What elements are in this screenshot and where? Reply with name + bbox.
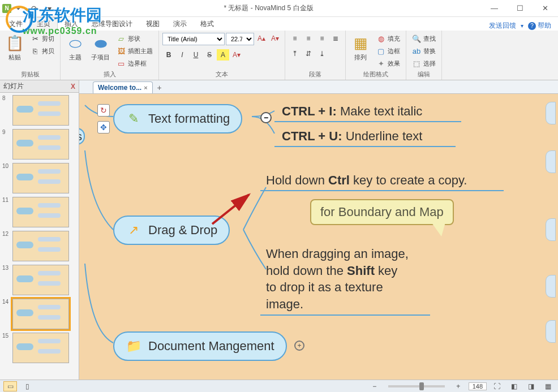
- valign-top-icon[interactable]: ⤒: [289, 48, 301, 59]
- child-ctrl-i[interactable]: CTRL + I: Make text italic: [282, 104, 422, 119]
- minimize-button[interactable]: —: [482, 0, 507, 17]
- find-button[interactable]: 🔍查找: [410, 33, 438, 44]
- slides-list[interactable]: 89101112131415: [0, 93, 79, 380]
- slides-close-button[interactable]: X: [71, 83, 75, 91]
- bullets-icon[interactable]: ≣: [329, 33, 342, 44]
- tab-file[interactable]: 文件: [2, 18, 29, 31]
- zoom-slider[interactable]: [388, 385, 445, 387]
- fit-window-button[interactable]: ⛶: [490, 381, 504, 391]
- arrange-button[interactable]: ▦ 排列: [349, 33, 372, 63]
- align-right-icon[interactable]: ≡: [316, 33, 328, 44]
- tab-design[interactable]: 思维导图设计: [85, 18, 139, 31]
- ribbon-label-insert: 插入: [64, 69, 155, 79]
- boundary-icon: ▭: [117, 59, 126, 68]
- slide-thumbnail[interactable]: 14: [2, 299, 76, 329]
- pencil-icon: ✎: [126, 111, 141, 127]
- node-doc-management[interactable]: 📁 Document Mangement: [113, 331, 287, 361]
- partial-node-left[interactable]: s: [79, 128, 85, 145]
- valign-mid-icon[interactable]: ⇵: [302, 48, 315, 59]
- paste-button[interactable]: 📋 粘贴: [3, 33, 26, 63]
- valign-bot-icon[interactable]: ⤓: [316, 48, 328, 59]
- border-button[interactable]: ▢边框: [374, 45, 402, 57]
- child-ctrl-u[interactable]: CTRL + U: Underline text: [282, 129, 422, 144]
- slide-thumbnail[interactable]: 15: [2, 333, 76, 363]
- slide-thumbnail[interactable]: 10: [2, 163, 76, 193]
- view-normal-button[interactable]: ▭: [3, 381, 17, 391]
- add-tab-button[interactable]: +: [153, 82, 166, 93]
- slide-thumbnail[interactable]: 12: [2, 231, 76, 261]
- callout-tail: [430, 221, 446, 236]
- feedback-dropdown-icon[interactable]: ▾: [521, 23, 523, 29]
- slide-number: 13: [2, 265, 10, 295]
- feedback-link[interactable]: 发送回馈: [489, 21, 516, 31]
- tab-present[interactable]: 演示: [166, 18, 194, 31]
- qat-redo-icon[interactable]: ↷: [28, 2, 41, 15]
- underline-button[interactable]: U: [190, 49, 202, 61]
- ghost-node[interactable]: [546, 218, 556, 241]
- tab-view[interactable]: 视图: [139, 18, 166, 31]
- boundary-button[interactable]: ▭边界框: [114, 58, 155, 69]
- view-mode-3-icon[interactable]: ▦: [541, 381, 555, 391]
- child-dd-shift[interactable]: When dragging an image, hold down the Sh…: [266, 245, 409, 313]
- view-mode-2-icon[interactable]: ◨: [524, 381, 538, 391]
- tab-insert[interactable]: 插入: [58, 18, 85, 31]
- view-mode-1-icon[interactable]: ◧: [507, 381, 521, 391]
- fill-icon: ◍: [376, 34, 385, 43]
- document-tab-close-icon[interactable]: ×: [144, 84, 147, 91]
- strike-button[interactable]: S: [203, 49, 216, 61]
- zoom-in-button[interactable]: +: [452, 381, 465, 391]
- effects-icon: ✦: [376, 59, 385, 68]
- zoom-out-button[interactable]: −: [368, 381, 381, 391]
- ghost-node[interactable]: [546, 275, 556, 298]
- paste-icon: 📋: [6, 34, 24, 52]
- grow-font-icon[interactable]: A▴: [255, 33, 268, 44]
- slides-title: 幻灯片: [3, 81, 24, 91]
- mindmap-canvas[interactable]: s ↻ ✥ ✎ Text formatting − CTRL + I: Make…: [79, 94, 558, 380]
- slide-thumbnail[interactable]: 13: [2, 265, 76, 295]
- topic-button[interactable]: ⬭ 主题: [64, 33, 87, 63]
- font-color-button[interactable]: A▾: [230, 49, 243, 61]
- node-text-formatting[interactable]: ✎ Text formatting: [113, 104, 242, 133]
- italic-button[interactable]: I: [176, 49, 188, 61]
- rotate-handle-icon[interactable]: ↻: [97, 104, 110, 117]
- replace-button[interactable]: ab替换: [410, 45, 438, 57]
- bold-button[interactable]: B: [162, 49, 175, 61]
- slide-thumbnail[interactable]: 11: [2, 197, 76, 227]
- shape-button[interactable]: ▱形状: [114, 33, 155, 44]
- tab-home[interactable]: 主页: [29, 17, 58, 31]
- align-left-icon[interactable]: ≡: [289, 33, 301, 44]
- child-dd-copy[interactable]: Hold down Ctrl key to create a copy.: [266, 173, 467, 188]
- window-title: * 无标题 - NovaMind 5 白金版: [55, 3, 482, 13]
- zoom-value[interactable]: 148: [469, 382, 487, 390]
- document-tab[interactable]: Welcome to... ×: [93, 81, 153, 93]
- cut-button[interactable]: ✂剪切: [28, 33, 57, 44]
- slide-thumbnail[interactable]: 9: [2, 129, 76, 160]
- highlight-button[interactable]: A: [217, 49, 229, 61]
- font-size-select[interactable]: 22.75: [226, 33, 254, 45]
- slide-number: 10: [2, 163, 10, 193]
- align-center-icon[interactable]: ≡: [302, 33, 315, 44]
- close-button[interactable]: ✕: [533, 0, 558, 17]
- tab-format[interactable]: 格式: [194, 18, 221, 31]
- ghost-node[interactable]: [546, 320, 556, 343]
- maximize-button[interactable]: ☐: [507, 0, 533, 17]
- effects-button[interactable]: ✦效果: [374, 58, 402, 69]
- select-button[interactable]: ⬚选择: [410, 58, 438, 69]
- font-name-select[interactable]: Title (Arial): [162, 33, 225, 45]
- shrink-font-icon[interactable]: A▾: [269, 33, 281, 44]
- qat-undo-icon[interactable]: ↶: [14, 2, 26, 15]
- qat-dropdown-icon[interactable]: ▾: [43, 2, 55, 15]
- slide-thumbnail[interactable]: 8: [2, 95, 76, 126]
- view-present-button[interactable]: ▯: [20, 381, 34, 391]
- illustrated-button[interactable]: 🖼插图主题: [114, 45, 155, 57]
- ghost-node[interactable]: [546, 102, 556, 124]
- help-button[interactable]: ? 帮助: [528, 21, 551, 31]
- expand-button[interactable]: +: [294, 341, 304, 351]
- move-handle-icon[interactable]: ✥: [97, 121, 110, 133]
- collapse-button[interactable]: −: [260, 112, 272, 123]
- subtopic-button[interactable]: ⬬ 子项目: [89, 33, 112, 63]
- copy-button[interactable]: ⎘拷贝: [28, 45, 57, 57]
- ghost-node[interactable]: [546, 150, 556, 173]
- fill-button[interactable]: ◍填充: [374, 33, 402, 44]
- zoom-thumb[interactable]: [419, 382, 424, 390]
